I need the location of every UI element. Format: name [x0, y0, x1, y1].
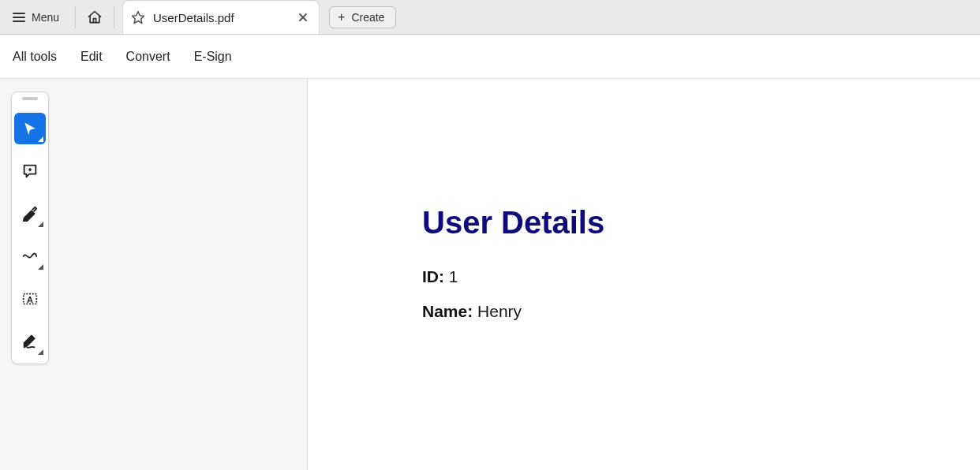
field-name-value: Henry	[477, 302, 522, 320]
document-title: User Details	[422, 205, 980, 241]
comment-tool[interactable]	[14, 155, 46, 187]
home-icon	[87, 9, 103, 25]
plus-icon: +	[338, 11, 345, 24]
expand-corner-icon	[38, 222, 43, 227]
palette-grip[interactable]	[22, 97, 38, 100]
separator	[114, 6, 114, 28]
topbar: Menu UserDetails.pdf + Create	[0, 0, 980, 35]
svg-marker-0	[133, 12, 144, 24]
menu-esign[interactable]: E-Sign	[194, 50, 232, 64]
side-gutter: A	[0, 79, 308, 470]
menu-all-tools[interactable]: All tools	[13, 50, 57, 64]
create-button[interactable]: + Create	[329, 6, 396, 28]
field-id: ID: 1	[422, 267, 980, 286]
tab-title: UserDetails.pdf	[153, 11, 289, 24]
textbox-tool[interactable]: A	[14, 283, 46, 315]
textbox-icon: A	[21, 290, 39, 308]
tool-palette: A	[11, 91, 49, 364]
star-icon[interactable]	[131, 10, 145, 24]
hamburger-icon	[13, 13, 25, 22]
expand-corner-icon	[38, 136, 43, 142]
menu-button[interactable]: Menu	[0, 0, 70, 34]
select-tool[interactable]	[14, 113, 46, 144]
home-button[interactable]	[80, 0, 109, 34]
cursor-icon	[22, 121, 38, 136]
freehand-icon	[21, 248, 39, 265]
document-tab[interactable]: UserDetails.pdf	[122, 0, 320, 34]
draw-tool[interactable]	[14, 241, 46, 272]
field-name: Name: Henry	[422, 302, 980, 321]
sign-tool[interactable]	[14, 326, 46, 357]
highlighter-icon	[21, 205, 39, 222]
menu-label: Menu	[32, 11, 59, 24]
highlight-tool[interactable]	[14, 198, 46, 229]
document-content: User Details ID: 1 Name: Henry	[308, 79, 980, 321]
tools-menu-row: All tools Edit Convert E-Sign	[0, 35, 980, 79]
create-label: Create	[351, 11, 384, 24]
document-pane[interactable]: User Details ID: 1 Name: Henry	[308, 79, 980, 470]
close-tab-button[interactable]	[297, 11, 309, 24]
svg-text:A: A	[27, 295, 33, 304]
expand-corner-icon	[38, 349, 43, 355]
separator	[75, 6, 76, 28]
expand-corner-icon	[38, 264, 43, 270]
main-area: A User Details ID: 1	[0, 79, 980, 470]
menu-convert[interactable]: Convert	[126, 50, 170, 64]
field-id-value: 1	[449, 267, 458, 285]
menu-edit[interactable]: Edit	[80, 50, 103, 64]
field-name-label: Name:	[422, 302, 473, 320]
close-icon	[298, 13, 308, 22]
comment-icon	[21, 162, 39, 180]
field-id-label: ID:	[422, 267, 444, 285]
pen-icon	[21, 333, 39, 350]
